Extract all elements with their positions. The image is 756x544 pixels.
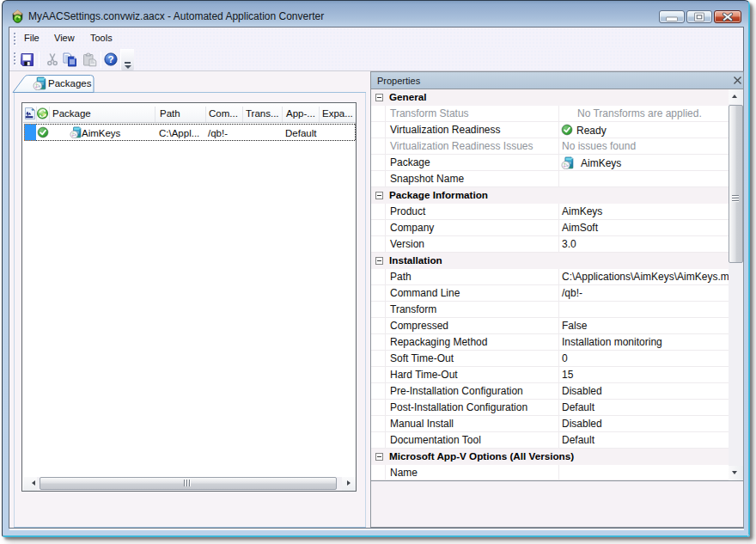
- svg-text:?: ?: [107, 54, 113, 64]
